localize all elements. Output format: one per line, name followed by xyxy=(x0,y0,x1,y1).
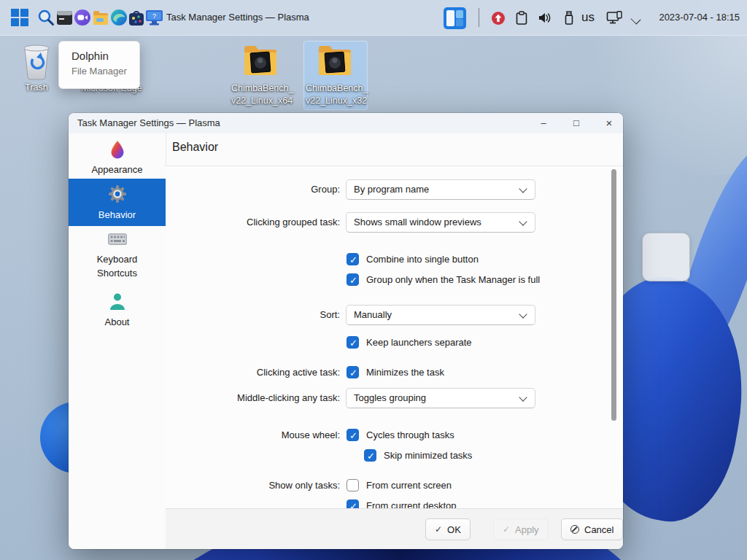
terminal-icon[interactable] xyxy=(56,9,73,29)
folder-icon xyxy=(241,67,280,79)
appearance-icon xyxy=(107,149,128,162)
task-manager-settings-window: Task Manager Settings — Plasma – □ × App… xyxy=(69,113,623,549)
apply-button[interactable]: ✓ Apply xyxy=(493,518,549,540)
update-notifier-icon[interactable] xyxy=(492,12,505,28)
cycles-label[interactable]: Cycles through tasks xyxy=(366,429,454,441)
folder-icon xyxy=(315,67,355,79)
sort-select-value: Manually xyxy=(354,306,392,324)
tooltip-subtitle: File Manager xyxy=(71,66,127,77)
folder-x64-desktop-icon[interactable] xyxy=(241,42,280,77)
sidebar-label-appearance: Appearance xyxy=(69,163,166,176)
sort-select[interactable]: Manually xyxy=(346,305,535,325)
combine-checkbox[interactable] xyxy=(347,253,359,265)
middle-click-select[interactable]: Toggles grouping xyxy=(346,388,535,408)
folder-x32-label: ChimbaBench_ v22_Linux_x32 xyxy=(306,82,364,107)
sidebar-item-behavior[interactable]: Behavior xyxy=(69,183,166,222)
skip-minimized-checkbox[interactable] xyxy=(364,449,376,462)
cancel-button[interactable]: Cancel xyxy=(561,518,623,540)
dolphin-tooltip: Dolphin File Manager xyxy=(58,41,140,89)
taskbar-active-task[interactable]: Task Manager Settings — Plasma xyxy=(166,0,309,35)
from-desktop-label[interactable]: From current desktop xyxy=(366,499,457,508)
scrollbar-thumb[interactable] xyxy=(611,169,616,421)
middle-click-select-value: Toggles grouping xyxy=(354,389,426,408)
minimizes-checkbox[interactable] xyxy=(347,366,359,378)
gear-icon xyxy=(107,195,128,207)
from-screen-label[interactable]: From current screen xyxy=(366,479,452,491)
clicking-grouped-select-value: Shows small window previews xyxy=(354,213,481,232)
folder-x32-desktop-icon[interactable] xyxy=(315,42,355,77)
sidebar-item-about[interactable]: About xyxy=(69,290,166,329)
keyboard-icon xyxy=(108,235,127,247)
from-desktop-checkbox[interactable] xyxy=(347,499,359,508)
display-network-icon[interactable] xyxy=(606,11,622,28)
sidebar-label-behavior: Behavior xyxy=(69,208,166,222)
file-manager-icon[interactable] xyxy=(92,9,109,29)
show-only-label: Show only tasks: xyxy=(166,479,340,491)
from-screen-checkbox[interactable] xyxy=(347,479,359,491)
clicking-grouped-label: Clicking grouped task: xyxy=(166,212,340,233)
usb-device-icon[interactable] xyxy=(563,10,575,28)
system-monitor-icon[interactable]: ? xyxy=(145,9,163,29)
tray-expander-chevron-icon[interactable] xyxy=(630,14,640,24)
cancel-button-label: Cancel xyxy=(584,524,614,535)
chevron-down-icon xyxy=(519,217,527,225)
desktop-screen: Trash Microsoft Edge ChimbaBench_ v22_Li… xyxy=(0,0,747,560)
mouse-wheel-label: Mouse wheel: xyxy=(166,429,340,441)
folder-x64-label-line1: ChimbaBench_ xyxy=(231,82,290,95)
ok-button-label: OK xyxy=(447,524,461,535)
group-only-checkbox[interactable] xyxy=(347,273,359,286)
window-titlebar[interactable]: Task Manager Settings — Plasma – □ × xyxy=(69,113,623,133)
folder-x32-label-line1: ChimbaBench_ xyxy=(306,82,364,95)
clicking-grouped-select[interactable]: Shows small window previews xyxy=(346,212,535,233)
tray-separator xyxy=(479,8,479,27)
volume-icon[interactable] xyxy=(538,12,553,27)
sidebar-item-keyboard-shortcuts[interactable]: Keyboard Shortcuts xyxy=(69,233,166,280)
combine-label[interactable]: Combine into single button xyxy=(366,253,479,265)
sort-label: Sort: xyxy=(166,305,340,325)
cancel-icon xyxy=(570,525,579,534)
start-button[interactable] xyxy=(10,8,29,30)
video-chat-icon[interactable] xyxy=(74,9,91,29)
group-select[interactable]: By program name xyxy=(346,179,535,200)
close-button[interactable]: × xyxy=(597,113,622,133)
maximize-button[interactable]: □ xyxy=(564,113,589,133)
apply-button-label: Apply xyxy=(515,524,539,535)
page-title: Behavior xyxy=(172,141,218,154)
search-icon[interactable] xyxy=(37,9,55,29)
software-store-icon[interactable] xyxy=(128,9,145,30)
keyboard-layout-indicator[interactable]: us xyxy=(581,0,595,35)
clock[interactable]: 2023-07-04 - 18:15 xyxy=(646,0,740,35)
group-only-label[interactable]: Group only when the Task Manager is full xyxy=(366,273,540,286)
svg-text:?: ? xyxy=(152,12,156,20)
chevron-down-icon xyxy=(519,184,527,192)
window-title: Task Manager Settings — Plasma xyxy=(77,113,220,133)
trash-desktop-icon[interactable] xyxy=(19,42,54,80)
skip-minimized-label[interactable]: Skip minimized tasks xyxy=(384,449,472,462)
chevron-down-icon xyxy=(519,393,527,401)
check-icon: ✓ xyxy=(435,524,442,534)
middle-click-label: Middle-clicking any task: xyxy=(166,388,340,408)
folder-x32-label-line2: v22_Linux_x32 xyxy=(306,95,364,107)
settings-scroll-area: Group: By program name Clicking grouped … xyxy=(166,166,623,508)
folder-x64-label-line2: v22_Linux_x64 xyxy=(231,95,290,107)
sidebar-item-appearance[interactable]: Appearance xyxy=(69,139,166,176)
edge-browser-icon[interactable] xyxy=(110,9,128,29)
minimizes-label[interactable]: Minimizes the task xyxy=(366,366,444,378)
user-icon xyxy=(107,302,128,314)
window-preview-icon[interactable] xyxy=(443,7,467,33)
desktop-widget xyxy=(642,233,690,281)
ok-button[interactable]: ✓ OK xyxy=(425,518,471,540)
keep-launchers-label[interactable]: Keep launchers separate xyxy=(366,336,472,349)
sidebar-label-keyboard-shortcuts: Keyboard Shortcuts xyxy=(82,252,152,280)
cycles-checkbox[interactable] xyxy=(347,429,359,441)
tooltip-title: Dolphin xyxy=(71,50,109,62)
keep-launchers-checkbox[interactable] xyxy=(347,336,359,349)
group-select-value: By program name xyxy=(354,180,429,199)
minimize-button[interactable]: – xyxy=(531,113,556,133)
dialog-footer xyxy=(166,508,623,549)
clipboard-icon[interactable] xyxy=(516,11,527,28)
check-icon: ✓ xyxy=(503,524,510,534)
clicking-active-label: Clicking active task: xyxy=(166,366,340,378)
taskbar: ? Task Manager Settings — Plasma xyxy=(0,0,747,36)
trash-label: Trash xyxy=(7,82,66,94)
